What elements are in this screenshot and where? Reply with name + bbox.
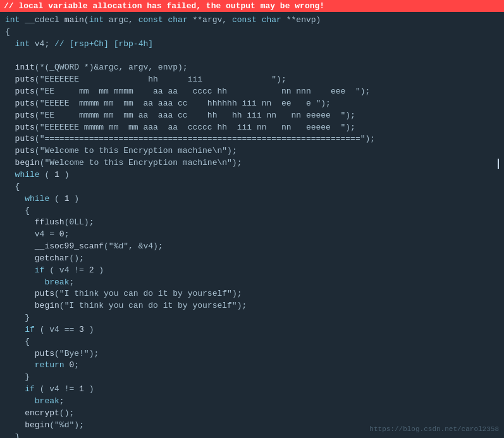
code-line: puts("EEEEEEE mmmm mm mm aaa aa ccccc hh… [5, 122, 499, 134]
code-line: begin("Welcome to this Encryption machin… [5, 157, 499, 169]
code-line: v4 = 0; [5, 229, 499, 241]
code-line: if ( v4 == 3 ) [5, 324, 499, 336]
code-line: { [5, 27, 499, 39]
code-line: puts("EEEEEEE hh iii "); [5, 74, 499, 86]
code-line: fflush(0LL); [5, 217, 499, 229]
code-area[interactable]: int __cdecl main(int argc, const char **… [0, 12, 504, 438]
code-line: { [5, 336, 499, 348]
code-line: encrypt(); [5, 408, 499, 420]
code-line: { [5, 181, 499, 193]
code-line: if ( v4 != 1 ) [5, 384, 499, 396]
code-line: puts("I think you can do it by yourself"… [5, 288, 499, 300]
code-line: puts("EE mm mm mmmm aa aa cccc hh nn nnn… [5, 86, 499, 98]
code-line: puts("EE mmmm mm mm aa aaa cc hh hh iii … [5, 110, 499, 122]
watermark: https://blog.csdn.net/carol2358 [369, 425, 499, 433]
warning-bar: // local variable allocation has failed,… [0, 0, 504, 12]
code-line: init(*(_QWORD *)&argc, argv, envp); [5, 62, 499, 74]
code-line: while ( 1 ) [5, 193, 499, 205]
code-line: break; [5, 277, 499, 289]
code-line: begin("I think you can do it by yourself… [5, 300, 499, 312]
code-line: getchar(); [5, 253, 499, 265]
code-line: puts("Welcome to this Encryption machine… [5, 145, 499, 157]
code-line: return 0; [5, 360, 499, 372]
code-line: puts("==================================… [5, 133, 499, 145]
code-window: // local variable allocation has failed,… [0, 0, 504, 438]
code-line: puts("Bye!"); [5, 348, 499, 360]
code-line [5, 51, 499, 63]
code-line: } [5, 312, 499, 324]
code-line: puts("EEEEE mmmm mm mm aa aaa cc hhhhhh … [5, 98, 499, 110]
code-line: int v4; // [rsp+Ch] [rbp-4h] [5, 39, 499, 51]
code-line: if ( v4 != 2 ) [5, 265, 499, 277]
code-line: __isoc99_scanf("%d", &v4); [5, 241, 499, 253]
code-line: { [5, 205, 499, 217]
text-cursor [498, 159, 499, 169]
code-line: while ( 1 ) [5, 169, 499, 181]
code-line: int __cdecl main(int argc, const char **… [5, 15, 499, 27]
code-line: break; [5, 396, 499, 408]
code-line: } [5, 372, 499, 384]
